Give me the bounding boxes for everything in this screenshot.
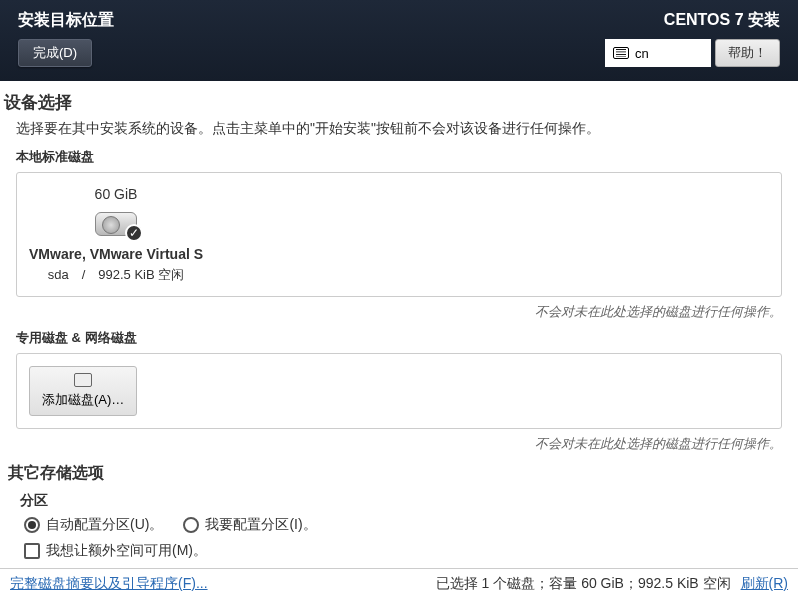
partition-radio-group: 自动配置分区(U)。 我要配置分区(I)。 [24,516,317,534]
partition-label: 分区 [20,492,790,510]
disk-icon-wrap: ✓ [95,212,137,236]
install-title: CENTOS 7 安装 [664,10,780,31]
language-code: cn [635,46,649,61]
disk-details: sda / 992.5 KiB 空闲 [48,266,185,284]
disk-summary-link[interactable]: 完整磁盘摘要以及引导程序(F)... [10,575,208,593]
footer-right: 已选择 1 个磁盘；容量 60 GiB；992.5 KiB 空闲 刷新(R) [436,575,788,593]
special-disk-warning: 不会对未在此处选择的磁盘进行任何操作。 [16,435,782,453]
add-disk-label: 添加磁盘(A)… [42,391,124,409]
keyboard-icon [613,47,629,59]
radio-label: 我要配置分区(I)。 [205,516,316,534]
add-disk-button[interactable]: 添加磁盘(A)… [29,366,137,416]
page-title: 安装目标位置 [18,10,114,31]
device-selection-desc: 选择要在其中安装系统的设备。点击主菜单中的"开始安装"按钮前不会对该设备进行任何… [16,120,794,138]
selection-status: 已选择 1 个磁盘；容量 60 GiB；992.5 KiB 空闲 [436,575,731,593]
done-button[interactable]: 完成(D) [18,39,92,67]
footer-bar: 完整磁盘摘要以及引导程序(F)... 已选择 1 个磁盘；容量 60 GiB；9… [0,568,798,599]
local-disk-label: 本地标准磁盘 [16,148,794,166]
radio-manual-partition[interactable]: 我要配置分区(I)。 [183,516,316,534]
storage-options: 其它存储选项 分区 自动配置分区(U)。 我要配置分区(I)。 [8,463,790,568]
language-selector[interactable]: cn [605,39,711,67]
header-left: 安装目标位置 完成(D) [18,10,114,67]
top-header: 安装目标位置 完成(D) CENTOS 7 安装 cn 帮助！ [0,0,798,81]
radio-auto-partition[interactable]: 自动配置分区(U)。 [24,516,163,534]
extra-space-row: 我想让额外空间可用(M)。 [24,542,790,560]
partition-radio-row: 自动配置分区(U)。 我要配置分区(I)。 [24,516,790,534]
radio-label: 自动配置分区(U)。 [46,516,163,534]
radio-icon [183,517,199,533]
checkbox-label: 我想让额外空间可用(M)。 [46,542,207,560]
content-scroll[interactable]: 设备选择 选择要在其中安装系统的设备。点击主菜单中的"开始安装"按钮前不会对该设… [0,81,798,568]
disk-size: 60 GiB [95,186,138,202]
header-right: CENTOS 7 安装 cn 帮助！ [605,10,780,67]
device-selection-title: 设备选择 [4,91,794,114]
help-button[interactable]: 帮助！ [715,39,780,67]
disk-name: VMware, VMware Virtual S [29,246,203,262]
checkbox-extra-space[interactable]: 我想让额外空间可用(M)。 [24,542,207,560]
content-area: 设备选择 选择要在其中安装系统的设备。点击主菜单中的"开始安装"按钮前不会对该设… [0,81,798,599]
checkbox-icon [24,543,40,559]
radio-icon [24,517,40,533]
add-disk-icon [74,373,92,387]
storage-title: 其它存储选项 [8,463,790,484]
refresh-link[interactable]: 刷新(R) [741,575,788,593]
special-disk-container: 添加磁盘(A)… [16,353,782,429]
header-toolbar: cn 帮助！ [605,39,780,67]
check-icon: ✓ [125,224,143,242]
local-disk-warning: 不会对未在此处选择的磁盘进行任何操作。 [16,303,782,321]
special-disk-label: 专用磁盘 & 网络磁盘 [16,329,794,347]
local-disk-container: 60 GiB ✓ VMware, VMware Virtual S sda / … [16,172,782,297]
disk-item-sda[interactable]: 60 GiB ✓ VMware, VMware Virtual S sda / … [29,186,203,284]
